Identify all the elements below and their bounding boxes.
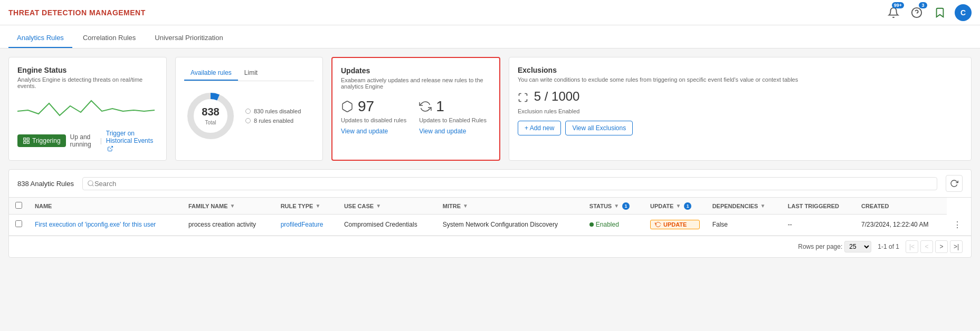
dependencies-filter-icon[interactable]: ▼: [760, 203, 765, 209]
th-name-label: NAME: [35, 203, 52, 209]
update-filter-icon[interactable]: ▼: [675, 203, 681, 209]
view-update-link-2[interactable]: View and update: [419, 128, 487, 135]
update-desc-1: Updates to disabled rules: [341, 117, 406, 123]
up-and-running-text: Up and running: [70, 133, 96, 148]
legend-dot-disabled: [245, 109, 251, 114]
family-filter-icon[interactable]: ▼: [230, 203, 235, 209]
triggering-button[interactable]: Triggering: [17, 134, 66, 147]
app-title: THREAT DETECTION MANAGEMENT: [8, 8, 146, 17]
row-use-case-cell: Compromised Credentials: [338, 215, 436, 236]
legend-disabled-label: 830 rules disabled: [254, 108, 301, 114]
use-case-filter-icon[interactable]: ▼: [376, 203, 381, 209]
page-last-button[interactable]: >|: [950, 240, 963, 253]
th-dependencies-label: DEPENDENCIES: [712, 203, 758, 209]
exclusions-subtitle: You can write conditions to exclude some…: [518, 76, 963, 83]
status-filter-badge: 1: [622, 202, 630, 210]
data-table: NAME FAMILY NAME ▼ RULE TYPE ▼: [9, 198, 971, 236]
view-all-exclusions-button[interactable]: View all Exclusions: [565, 121, 633, 135]
update-badge[interactable]: UPDATE: [650, 220, 700, 229]
help-icon[interactable]: 3: [908, 4, 925, 21]
table-header-row: 838 Analytic Rules: [9, 170, 971, 198]
rows-per-page: Rows per page: 25 50 100: [798, 241, 871, 252]
rows-per-page-select[interactable]: 25 50 100: [844, 241, 871, 252]
notifications-icon[interactable]: 99+: [885, 4, 902, 21]
tab-correlation-rules[interactable]: Correlation Rules: [74, 28, 144, 48]
row-name-link[interactable]: First execution of 'ipconfig.exe' for th…: [35, 221, 156, 228]
triggering-label: Triggering: [32, 137, 61, 144]
svg-rect-3: [27, 138, 29, 140]
svg-line-6: [110, 146, 113, 149]
select-all-checkbox[interactable]: [15, 202, 22, 209]
rows-per-page-label: Rows per page:: [798, 243, 842, 250]
engine-status-card: Engine Status Analytics Engine is detect…: [8, 57, 167, 161]
search-input[interactable]: [94, 180, 933, 188]
th-use-case: USE CASE ▼: [338, 198, 436, 215]
exclusion-buttons: + Add new View all Exclusions: [518, 121, 963, 135]
pagination-nav: |< < > >|: [906, 240, 963, 253]
exclusion-enabled-label: Exclusion rules Enabled: [518, 108, 963, 114]
donut-label: 838 Total: [202, 106, 219, 126]
main-content: Engine Status Analytics Engine is detect…: [0, 48, 980, 266]
th-status: STATUS ▼ 1: [583, 198, 644, 215]
exclusion-num: 5 / 1000: [518, 89, 963, 104]
top-header: THREAT DETECTION MANAGEMENT 99+ 3 C: [0, 0, 980, 25]
table-count: 838 Analytic Rules: [17, 180, 74, 188]
th-checkbox: [9, 198, 28, 215]
th-status-label: STATUS: [589, 203, 612, 209]
th-last-triggered: LAST TRIGGERED: [782, 198, 855, 215]
page-prev-button[interactable]: <: [920, 240, 933, 253]
th-rule-type-label: RULE TYPE: [281, 203, 313, 209]
legend-dot-enabled: [245, 118, 251, 123]
updates-grid: 97 Updates to disabled rules View and up…: [341, 98, 491, 135]
updates-subtitle: Exabeam actively updates and release new…: [341, 77, 491, 90]
mitre-filter-icon[interactable]: ▼: [463, 203, 468, 209]
tab-universal-prioritization[interactable]: Universal Prioritization: [146, 28, 231, 48]
bookmark-icon[interactable]: [931, 4, 948, 21]
th-update-label: UPDATE: [650, 203, 673, 209]
status-label: Enabled: [596, 221, 619, 228]
status-filter-icon[interactable]: ▼: [614, 203, 619, 209]
update-num-1: 97: [358, 98, 374, 115]
th-family-name: FAMILY NAME ▼: [182, 198, 274, 215]
row-checkbox[interactable]: [15, 220, 22, 227]
th-created: CREATED: [855, 198, 947, 215]
header-icons: 99+ 3 C: [885, 4, 972, 21]
legend: 830 rules disabled 8 rules enabled: [245, 108, 301, 124]
engine-status-subtitle: Analytics Engine is detecting threats on…: [17, 76, 158, 89]
row-update-cell: UPDATE: [644, 215, 706, 236]
row-mitre-cell: System Network Configuration Discovery: [436, 215, 583, 236]
exclusion-count: 5: [534, 89, 541, 103]
row-last-triggered-cell: --: [782, 215, 855, 236]
exclusion-denom: /: [545, 89, 551, 103]
row-rule-type-link[interactable]: profiledFeature: [281, 221, 324, 228]
page-next-button[interactable]: >: [935, 240, 948, 253]
refresh-button[interactable]: [946, 175, 963, 192]
status-enabled: Enabled: [589, 221, 638, 228]
rule-type-filter-icon[interactable]: ▼: [315, 203, 320, 209]
exclusion-limit: 1000: [551, 89, 579, 103]
add-new-label: + Add new: [525, 124, 554, 132]
more-options-icon[interactable]: ⋮: [953, 220, 962, 229]
page-first-button[interactable]: |<: [906, 240, 918, 253]
th-update: UPDATE ▼ 1: [644, 198, 706, 215]
legend-enabled-label: 8 rules enabled: [254, 118, 293, 124]
rules-tab-available[interactable]: Available rules: [184, 66, 238, 81]
table-footer: Rows per page: 25 50 100 1-1 of 1 |< < >…: [9, 236, 971, 257]
available-rules-card: Available rules Limit 838 Total: [175, 57, 323, 161]
tab-analytics-rules[interactable]: Analytics Rules: [8, 28, 72, 48]
th-dependencies: DEPENDENCIES ▼: [706, 198, 782, 215]
row-status-cell: Enabled: [583, 215, 644, 236]
th-last-triggered-label: LAST TRIGGERED: [788, 203, 839, 209]
donut-container: 838 Total 830 rules disabled 8 rules ena…: [184, 90, 314, 142]
updates-title: Updates: [341, 66, 491, 75]
update-block-enabled: 1 Updates to Enabled Rules View and upda…: [419, 98, 487, 135]
add-new-button[interactable]: + Add new: [518, 121, 561, 135]
divider: |: [100, 137, 102, 144]
tab-navigation: Analytics Rules Correlation Rules Univer…: [0, 25, 980, 48]
svg-line-10: [92, 185, 94, 187]
avatar[interactable]: C: [955, 4, 972, 21]
search-wrap[interactable]: [82, 177, 937, 190]
view-update-link-1[interactable]: View and update: [341, 128, 406, 135]
rules-tab-limit[interactable]: Limit: [238, 66, 264, 81]
history-events-link[interactable]: Trigger on Historical Events: [106, 130, 158, 152]
